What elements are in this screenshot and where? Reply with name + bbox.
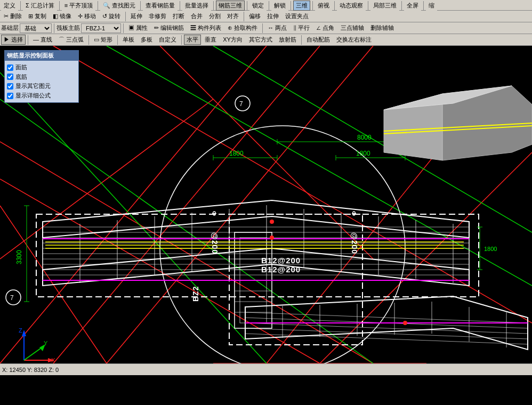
svg-text:Y: Y — [44, 340, 48, 346]
svg-text:B12@200: B12@200 — [261, 256, 301, 265]
btn-stretch[interactable]: 拉伸 — [264, 11, 281, 21]
label-show-detail: 显示详细公式 — [15, 91, 51, 101]
svg-point-81 — [270, 220, 274, 224]
edit-toolbar: ✂ 删除 ⊞ 复制 ◧ 镜像 ✛ 移动 ↺ 旋转 延伸 非修剪 打断 合并 分割… — [0, 11, 532, 22]
btn-vertical[interactable]: 垂直 — [202, 35, 219, 45]
svg-text:1800: 1800 — [356, 150, 370, 157]
svg-text:Z: Z — [19, 327, 22, 334]
layer-label: 基础层 — [1, 24, 19, 32]
svg-text:X: X — [51, 357, 55, 363]
btn-single-board[interactable]: 单板 — [120, 35, 137, 45]
svg-text:Φ: Φ — [351, 211, 357, 216]
label-show-other: 显示其它图元 — [15, 82, 51, 91]
menu-summary[interactable]: Σ 汇总计算 — [23, 1, 57, 11]
btn-trim[interactable]: 非修剪 — [146, 11, 169, 21]
btn-point-angle[interactable]: ∠ 点角 — [313, 23, 337, 33]
svg-text:@200: @200 — [350, 232, 359, 254]
svg-text:BZ2: BZ2 — [191, 286, 200, 302]
menu-fullscreen[interactable]: 全屏 — [404, 1, 421, 11]
svg-text:3300: 3300 — [15, 250, 23, 264]
canvas-svg: .grid-line { stroke: #333; stroke-width:… — [0, 46, 532, 363]
checkbox-show-detail[interactable] — [7, 93, 13, 99]
component-label: 筏板主筋 — [57, 24, 80, 32]
draw-toolbar: ▶ 选择 — 直线 ⌒ 三点弧 ▭ 矩形 单板 多板 自定义 水平 垂直 XY方… — [0, 34, 532, 46]
btn-line[interactable]: — 直线 — [30, 35, 55, 45]
btn-pick-component[interactable]: ⊕ 拾取构件 — [225, 23, 260, 33]
menu-unlock[interactable]: 解锁 — [271, 1, 288, 11]
layer-select[interactable]: 基础 — [20, 23, 52, 33]
btn-edit-rebar[interactable]: ✏ 编辑钢筋 — [151, 23, 187, 33]
menu-lock[interactable]: 锁定 — [249, 1, 267, 11]
btn-mirror[interactable]: ◧ 镜像 — [50, 11, 74, 21]
menu-local-3d[interactable]: 局部三维 — [370, 1, 399, 11]
status-coords: X: 12450 Y: 8320 Z: 0 — [2, 367, 59, 373]
btn-align[interactable]: 对齐 — [224, 11, 241, 21]
btn-extend[interactable]: 延伸 — [128, 11, 145, 21]
svg-text:7: 7 — [239, 100, 243, 108]
checkbox-face-rebar[interactable] — [7, 64, 13, 71]
btn-delete-axis[interactable]: 删除辅轴 — [368, 23, 397, 33]
panel-title: 钢筋显示控制面板 — [5, 51, 78, 61]
menu-find[interactable]: 🔍 查找图元 — [100, 1, 138, 11]
main-canvas[interactable]: .grid-line { stroke: #333; stroke-width:… — [0, 46, 532, 363]
btn-two-point[interactable]: ↔ 两点 — [265, 23, 289, 33]
btn-component-list[interactable]: ☰ 构件列表 — [188, 23, 224, 33]
btn-custom[interactable]: 自定义 — [156, 35, 179, 45]
svg-point-83 — [403, 321, 407, 325]
btn-property[interactable]: ▣ 属性 — [126, 23, 150, 33]
panel-item-bottom-rebar[interactable]: 底筋 — [7, 72, 76, 82]
btn-offset[interactable]: 偏移 — [246, 11, 263, 21]
btn-multi-board[interactable]: 多板 — [138, 35, 155, 45]
label-face-rebar: 面筋 — [15, 63, 27, 72]
menu-top-view[interactable]: 俯视 — [315, 1, 332, 11]
btn-delete[interactable]: ✂ 删除 — [1, 11, 25, 21]
btn-horizontal[interactable]: 水平 — [184, 35, 201, 45]
menu-align-top[interactable]: ≡ 平齐顶顶 — [62, 1, 95, 11]
btn-rect[interactable]: ▭ 矩形 — [91, 35, 115, 45]
menu-bar[interactable]: 定义 Σ 汇总计算 ≡ 平齐顶顶 🔍 查找图元 查看钢筋量 批量选择 钢筋三维 … — [0, 0, 532, 11]
checkbox-show-other[interactable] — [7, 83, 13, 90]
svg-text:1800: 1800 — [484, 246, 497, 252]
btn-swap-label[interactable]: 交换左右标注 — [334, 35, 374, 45]
menu-rebar-qty[interactable]: 查看钢筋量 — [143, 1, 178, 11]
svg-text:Φ: Φ — [211, 211, 217, 216]
svg-text:7: 7 — [10, 294, 14, 302]
btn-copy[interactable]: ⊞ 复制 — [26, 11, 49, 21]
checkbox-bottom-rebar[interactable] — [7, 74, 13, 80]
btn-radial[interactable]: 放射筋 — [276, 35, 299, 45]
menu-dynamic-observe[interactable]: 动态观察 — [337, 1, 366, 11]
menu-define[interactable]: 定义 — [1, 1, 18, 11]
btn-break[interactable]: 打断 — [170, 11, 187, 21]
btn-three-point-axis[interactable]: 三点辅轴 — [338, 23, 367, 33]
menu-3d[interactable]: 三维 — [293, 1, 310, 11]
btn-select[interactable]: ▶ 选择 — [1, 35, 26, 45]
btn-xy-direction[interactable]: XY方向 — [220, 35, 245, 45]
btn-split[interactable]: 分割 — [206, 11, 223, 21]
btn-merge[interactable]: 合并 — [188, 11, 205, 21]
btn-move[interactable]: ✛ 移动 — [75, 11, 99, 21]
layer-toolbar: 基础层 基础 筏板主筋 FBZJ-1 ▣ 属性 ✏ 编辑钢筋 ☰ 构件列表 ⊕ … — [0, 22, 532, 34]
rebar-panel: 钢筋显示控制面板 面筋 底筋 显示其它图元 显示详细公式 — [4, 50, 79, 103]
svg-text:1800: 1800 — [229, 150, 244, 157]
svg-text:8000: 8000 — [357, 134, 372, 141]
menu-batch-select[interactable]: 批量选择 — [182, 1, 211, 11]
menu-zoom[interactable]: 缩 — [426, 1, 437, 11]
svg-text:@200: @200 — [211, 232, 219, 254]
btn-auto-config[interactable]: 自动配筋 — [304, 35, 333, 45]
btn-rotate[interactable]: ↺ 旋转 — [100, 11, 123, 21]
menu-rebar-3d[interactable]: 钢筋三维 — [216, 1, 245, 11]
btn-arc[interactable]: ⌒ 三点弧 — [56, 35, 86, 45]
panel-item-face-rebar[interactable]: 面筋 — [7, 63, 76, 72]
btn-parallel[interactable]: ∥ 平行 — [291, 23, 312, 33]
panel-item-show-detail[interactable]: 显示详细公式 — [7, 91, 76, 101]
status-bar: X: 12450 Y: 8320 Z: 0 — [0, 363, 532, 375]
btn-other-way[interactable]: 其它方式 — [246, 35, 275, 45]
svg-text:B12@200: B12@200 — [261, 265, 301, 274]
panel-item-show-other[interactable]: 显示其它图元 — [7, 82, 76, 91]
svg-point-82 — [270, 236, 274, 240]
btn-setpoint[interactable]: 设置夹点 — [283, 11, 311, 21]
label-bottom-rebar: 底筋 — [15, 72, 27, 82]
component-select[interactable]: FBZJ-1 — [81, 23, 121, 33]
